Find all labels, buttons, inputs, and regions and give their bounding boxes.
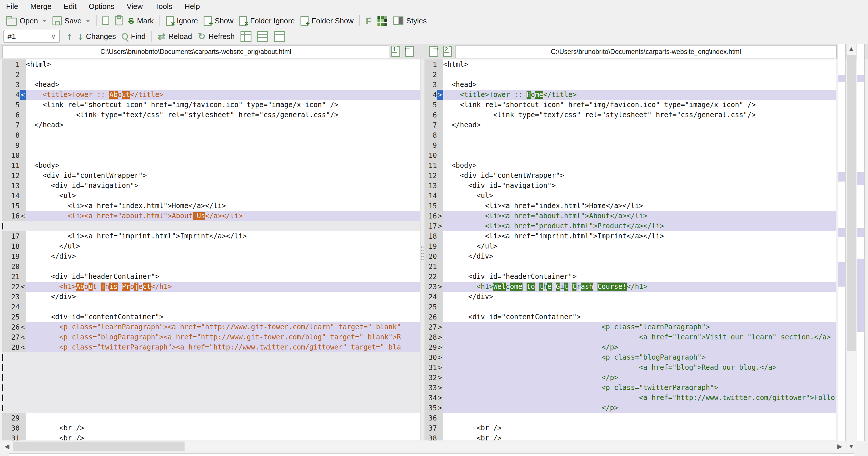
scroll-right-icon[interactable]: ▶ (835, 441, 844, 451)
code-text[interactable]: <p class="blogParagraph"> (443, 352, 836, 363)
code-text[interactable]: <body> (443, 161, 836, 171)
code-text[interactable]: <li><a href="product.html">Product</a></… (443, 221, 836, 231)
menu-item-help[interactable]: Help (179, 0, 206, 13)
save-dropdown-caret[interactable] (86, 20, 90, 22)
code-text[interactable]: <a href="learn">Visit our "learn" sectio… (443, 332, 836, 342)
code-text[interactable]: <div id="contentContainer"> (26, 312, 420, 322)
code-text[interactable]: <title>Tower :: About</title> (26, 90, 420, 100)
open-button[interactable]: Open (3, 15, 50, 27)
code-text[interactable]: <body> (26, 161, 420, 171)
code-text[interactable]: </div> (443, 292, 836, 302)
code-text[interactable]: <p class="blogParagraph"><a href="http:/… (26, 332, 420, 342)
code-text[interactable] (443, 302, 836, 312)
reload-button[interactable]: ⇄ Reload (155, 31, 195, 42)
code-text[interactable]: <ul> (26, 191, 420, 201)
folder-ignore-button[interactable]: × Folder Ignore (236, 15, 298, 27)
code-text[interactable]: <li><a href="about.html">About Us</a></l… (26, 211, 420, 221)
code-text[interactable] (26, 221, 420, 231)
font-button[interactable]: F (363, 14, 375, 28)
code-text[interactable] (26, 140, 420, 150)
menu-item-file[interactable]: File (0, 0, 24, 13)
code-text[interactable]: <br /> (443, 433, 836, 440)
code-text[interactable]: <html> (26, 59, 420, 69)
menu-item-merge[interactable]: Merge (24, 0, 58, 13)
menu-item-tools[interactable]: Tools (149, 0, 179, 13)
paste-button[interactable] (112, 15, 125, 27)
diff-location-band[interactable] (838, 262, 845, 287)
copy-to-left-button[interactable]: ← (403, 45, 416, 58)
code-text[interactable]: <title>Tower :: Home</title> (443, 90, 836, 100)
code-text[interactable] (26, 302, 420, 312)
code-text[interactable] (26, 69, 420, 80)
layout-single-pane-button[interactable] (271, 30, 288, 43)
code-text[interactable]: <li><a href="index.html">Home</a></li> (26, 201, 420, 211)
code-text[interactable] (26, 150, 420, 161)
code-text[interactable]: </head> (443, 120, 836, 130)
code-text[interactable]: <h1>About This Project</h1> (26, 282, 420, 292)
diff-location-band[interactable] (838, 172, 845, 181)
copy-button[interactable] (99, 15, 112, 26)
code-text[interactable]: <br /> (26, 433, 420, 440)
code-text[interactable]: <link type="text/css" rel="stylesheet" h… (26, 110, 420, 120)
code-text[interactable]: <link type="text/css" rel="stylesheet" h… (443, 110, 836, 120)
ignore-button[interactable]: × Ignore (163, 15, 201, 27)
code-text[interactable]: <link rel="shortcut icon" href="img/favi… (443, 100, 836, 110)
code-text[interactable]: <li><a href="imprint.html">Imprint</a></… (443, 231, 836, 241)
diff-location-band[interactable] (838, 75, 845, 82)
vertical-scrollbar-thumb[interactable] (847, 55, 856, 351)
code-text[interactable]: <div id="contentContainer"> (443, 312, 836, 322)
code-text[interactable]: </head> (26, 120, 420, 130)
code-text[interactable] (443, 150, 836, 161)
code-text[interactable]: <div id="navigation"> (443, 181, 836, 191)
code-text[interactable]: </ul> (26, 241, 420, 251)
horizontal-scrollbar-thumb[interactable] (13, 441, 185, 451)
code-text[interactable]: </p> (443, 342, 836, 352)
code-text[interactable] (26, 413, 420, 423)
scroll-down-icon[interactable]: ▼ (847, 441, 856, 451)
code-text[interactable]: <li><a href="imprint.html">Imprint</a></… (26, 231, 420, 241)
code-text[interactable]: <link rel="shortcut icon" href="img/favi… (26, 100, 420, 110)
diff-location-band[interactable] (857, 228, 864, 237)
menu-item-options[interactable]: Options (83, 0, 121, 13)
code-text[interactable] (26, 363, 420, 373)
code-text[interactable]: <p class="twitterParagraph"> (443, 383, 836, 393)
diff-locator-right-file[interactable] (857, 44, 865, 441)
code-text[interactable]: <div id="navigation"> (26, 181, 420, 191)
code-text[interactable]: <h1>Welcome to the Git Crash Course!</h1… (443, 282, 836, 292)
next-difference-button[interactable]: ↓ Changes (75, 30, 119, 43)
code-text[interactable] (26, 403, 420, 413)
code-text[interactable]: <div id="headerContainer"> (443, 272, 836, 282)
code-text[interactable]: </div> (26, 292, 420, 302)
code-text[interactable]: <div id="contentWrapper"> (26, 171, 420, 181)
code-text[interactable]: <div id="headerContainer"> (26, 272, 420, 282)
code-text[interactable]: <br /> (443, 423, 836, 433)
menu-item-view[interactable]: View (121, 0, 149, 13)
code-text[interactable]: <html> (443, 59, 836, 69)
vertical-scrollbar[interactable]: ▲ ▼ (847, 44, 856, 451)
previous-difference-button[interactable]: ↑ (64, 30, 75, 43)
diff-location-band[interactable] (838, 228, 845, 237)
code-text[interactable]: <a href="http://www.twitter.com/gittower… (443, 393, 836, 403)
code-text[interactable] (26, 261, 420, 272)
code-text[interactable]: </ul> (443, 241, 836, 251)
copy-to-right-button[interactable]: → (427, 45, 440, 58)
scroll-left-icon[interactable]: ◀ (2, 441, 11, 451)
code-text[interactable] (26, 352, 420, 363)
horizontal-scrollbar[interactable]: ◀ ▶ (2, 441, 845, 451)
find-button[interactable]: Find (119, 31, 149, 42)
folder-show-button[interactable]: + Folder Show (298, 15, 356, 27)
code-text[interactable] (26, 373, 420, 383)
code-text[interactable]: </p> (443, 403, 836, 413)
code-text[interactable]: <head> (443, 80, 836, 90)
layout-vertical-split-button[interactable] (238, 30, 254, 43)
refresh-button[interactable]: ↻ Refresh (195, 31, 238, 42)
save-button[interactable]: Save (50, 15, 93, 27)
diff-locator-left-file[interactable] (838, 44, 845, 441)
code-text[interactable] (443, 261, 836, 272)
code-text[interactable]: <head> (26, 80, 420, 90)
code-text[interactable]: <br /> (26, 423, 420, 433)
diff-location-band[interactable] (857, 172, 864, 185)
code-text[interactable]: <div id="contentWrapper"> (443, 171, 836, 181)
diff-location-band[interactable] (857, 75, 864, 82)
left-editor-pane[interactable]: 1<html>23 <head>4< <title>Tower :: About… (2, 59, 420, 440)
